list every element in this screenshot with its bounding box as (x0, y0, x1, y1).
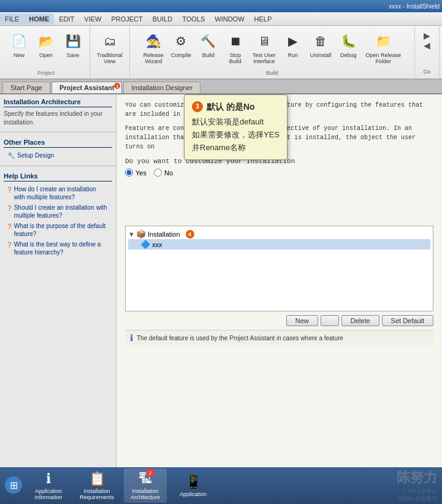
new-feature-button[interactable]: New (286, 315, 318, 326)
title-bar: xxxx - InstallShield (0, 0, 442, 12)
taskbar-install-arch-badge: 2 (146, 468, 154, 477)
sidebar-help-links-title: Help Links (4, 172, 112, 181)
save-icon: 💾 (63, 31, 83, 51)
help-link-4[interactable]: ? What is the best way to define a featu… (4, 239, 112, 258)
help-link-3[interactable]: ? What is the purpose of the default fea… (4, 221, 112, 239)
menu-help[interactable]: HELP (250, 13, 277, 25)
taskbar: ⊞ ℹ ApplicationInformation 📋 Installatio… (0, 467, 442, 504)
ribbon-btn-traditional-view[interactable]: 🗂 TraditionalView (94, 28, 126, 70)
ribbon-btn-test-ui[interactable]: 🖥 Test UserInterface (250, 28, 279, 70)
ribbon-group-project: 📄 New 📂 Open 💾 Save Project (2, 26, 90, 78)
sidebar-divider-2 (0, 166, 116, 166)
ribbon-btn-run[interactable]: ▶ Run (280, 28, 306, 70)
taskbar-btn-install-req-label: InstallationRequirements (80, 488, 114, 500)
debug-icon: 🐛 (338, 31, 358, 51)
build-icon: 🔨 (199, 31, 218, 51)
main-area: Installation Architecture Specify the fe… (0, 94, 442, 467)
feature-tree: ▼ 📦 Installation 4 🔷 xxx (125, 226, 433, 311)
help-link-icon-4: ? (7, 241, 12, 256)
sidebar-other-places-title: Other Places (4, 139, 112, 148)
taskbar-btn-install-req[interactable]: 📋 InstallationRequirements (75, 468, 119, 503)
taskbar-install-req-icon: 📋 (89, 471, 105, 486)
tree-node-installation: ▼ 📦 Installation 4 (128, 229, 430, 239)
ribbon-btn-test-ui-label: Test UserInterface (253, 52, 276, 64)
set-default-button[interactable]: Set Default (382, 315, 433, 326)
help-link-label-4: What is the best way to define a feature… (14, 240, 109, 256)
sidebar-item-setup-design[interactable]: 🔧 Setup Design (4, 150, 112, 161)
open-icon: 📂 (36, 31, 56, 51)
help-link-1[interactable]: ? How do I create an installation with m… (4, 184, 112, 202)
ribbon-btn-open-release-folder[interactable]: 📁 Open ReleaseFolder (362, 28, 404, 70)
radio-yes-input[interactable] (125, 169, 133, 177)
menu-tools[interactable]: TOOLS (177, 13, 210, 25)
tooltip-line-2: 默认安装项是default (192, 116, 280, 129)
menu-build[interactable]: BUILD (148, 13, 177, 25)
menu-project[interactable]: PROJECT (106, 13, 147, 25)
taskbar-btn-install-arch[interactable]: 🏗 2 InstallationArchitecture (124, 468, 167, 503)
uninstall-icon: 🗑 (311, 31, 330, 51)
ribbon-group-project-label: Project (37, 70, 55, 77)
radio-no-input[interactable] (154, 169, 162, 177)
taskbar-app-next-icon: 📱 (185, 474, 202, 489)
ribbon-btn-open[interactable]: 📂 Open (33, 28, 59, 70)
menu-view[interactable]: VIEW (79, 13, 106, 25)
annotation-3: 3 (192, 101, 203, 112)
ribbon-btn-release-wizard[interactable]: 🧙 ReleaseWizard (140, 28, 167, 70)
ribbon-btn-open-release-label: Open ReleaseFolder (365, 52, 401, 64)
sidebar-help-links-section: Help Links ? How do I create an installa… (0, 169, 116, 260)
radio-yes-label[interactable]: Yes (125, 169, 147, 177)
ribbon-btn-build-label: Build (202, 52, 215, 58)
info-text: The default feature is used by the Proje… (137, 335, 343, 342)
test-ui-icon: 🖥 (254, 31, 274, 51)
ribbon-btn-build[interactable]: 🔨 Build (196, 28, 221, 70)
taskbar-btn-install-arch-label: InstallationArchitecture (131, 488, 160, 500)
help-link-2[interactable]: ? Should I create an installation with m… (4, 202, 112, 221)
delete-feature-button[interactable]: Delete (341, 315, 379, 326)
ribbon-btn-uninstall-label: Uninstall (310, 52, 332, 58)
go-forward-arrow[interactable]: ▶ (424, 31, 430, 40)
title-text: xxxx - InstallShield (389, 3, 440, 10)
ribbon-btn-uninstall[interactable]: 🗑 Uninstall (307, 28, 335, 70)
compile-icon: ⚙ (171, 31, 191, 51)
menu-file[interactable]: FILE (0, 13, 24, 25)
rename-feature-button[interactable] (321, 315, 339, 326)
ribbon-btn-save[interactable]: 💾 Save (60, 28, 86, 70)
tab-installation-designer[interactable]: Installation Designer (123, 82, 200, 93)
menu-edit[interactable]: EDIT (54, 13, 79, 25)
help-link-label-2: Should I create an installation with mul… (14, 204, 109, 220)
go-back-arrow[interactable]: ◀ (424, 40, 430, 50)
watermark-csdn: CSDN @陈努力 (397, 495, 437, 503)
info-bar: ℹ The default feature is used by the Pro… (125, 330, 433, 345)
tree-expand-icon[interactable]: ▼ (128, 231, 134, 238)
taskbar-app-info-badge-wrapper: ℹ (46, 471, 51, 487)
sidebar-section-desc: Specify the features included in your in… (4, 110, 112, 127)
ribbon-build-buttons: 🧙 ReleaseWizard ⚙ Compile 🔨 Build ⏹ Stop… (140, 28, 404, 70)
tooltip-callout: 3 默认 的是No 默认安装项是default 如果需要修改，选择YES 并Re… (184, 94, 288, 160)
sidebar-divider-1 (0, 132, 116, 132)
tree-node-xxx[interactable]: 🔷 xxx (128, 239, 430, 250)
tab-project-assistant[interactable]: Project Assistant 1 (51, 82, 122, 93)
ribbon-btn-compile-label: Compile (171, 52, 191, 58)
taskbar-start-button[interactable]: ⊞ (5, 476, 22, 494)
content-area: You can customize your Installation Arch… (116, 94, 442, 467)
tab-start-page[interactable]: Start Page (2, 82, 50, 93)
ribbon-btn-new[interactable]: 📄 New (6, 28, 32, 70)
radio-no-label[interactable]: No (154, 169, 173, 177)
taskbar-btn-app-next[interactable]: 📱 Application (172, 472, 215, 500)
help-link-icon-2: ? (7, 204, 12, 220)
ribbon-btn-stop-build[interactable]: ⏹ StopBuild (223, 28, 248, 70)
ribbon-btn-debug[interactable]: 🐛 Debug (335, 28, 361, 70)
radio-no-text: No (164, 169, 173, 177)
stop-build-icon: ⏹ (226, 31, 245, 51)
tree-installation-label: Installation (148, 231, 180, 238)
sidebar-installation-arch-section: Installation Architecture Specify the fe… (0, 94, 116, 129)
tooltip-line-4: 并Rename名称 (192, 142, 280, 155)
tooltip-line-3: 如果需要修改，选择YES (192, 129, 280, 142)
menu-home[interactable]: HOME (24, 13, 54, 25)
ribbon-project-buttons: 📄 New 📂 Open 💾 Save (6, 28, 86, 70)
ribbon-group-build-label: Build (266, 70, 278, 77)
radio-group-customize: Yes No 3 默认 的是No 默认安装项是default 如果需要修改，选择… (125, 169, 433, 177)
menu-window[interactable]: WINDOW (210, 13, 249, 25)
ribbon-btn-compile[interactable]: ⚙ Compile (168, 28, 194, 70)
taskbar-btn-app-info[interactable]: ℹ ApplicationInformation (27, 468, 70, 503)
